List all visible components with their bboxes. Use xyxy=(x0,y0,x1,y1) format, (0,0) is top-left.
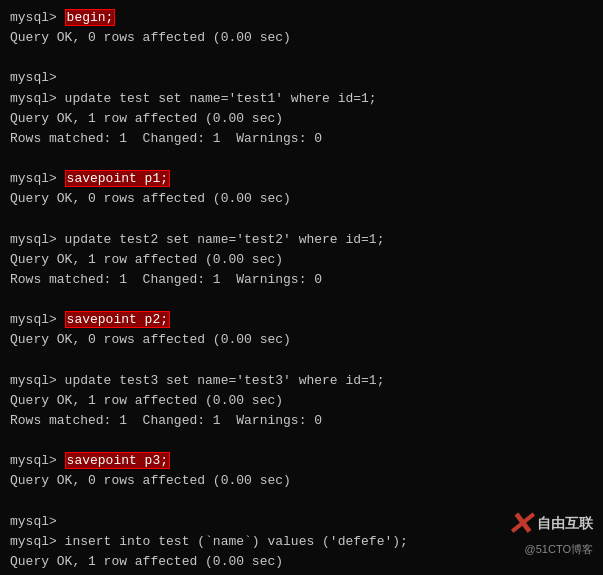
output-text: Query OK, 1 row affected (0.00 sec) xyxy=(10,111,283,126)
output-text: Rows matched: 1 Changed: 1 Warnings: 0 xyxy=(10,272,322,287)
terminal-blank xyxy=(10,431,593,451)
terminal-blank xyxy=(10,149,593,169)
terminal-line: Query OK, 1 row affected (0.00 sec) xyxy=(10,109,593,129)
output-text: Query OK, 1 row affected (0.00 sec) xyxy=(10,393,283,408)
watermark: ✕ 自由互联 @51CTO博客 xyxy=(506,508,593,557)
terminal-line: mysql> update test2 set name='test2' whe… xyxy=(10,230,593,250)
terminal-line: Query OK, 1 row affected (0.00 sec) xyxy=(10,250,593,270)
watermark-brand: 自由互联 xyxy=(537,515,593,533)
terminal-line: mysql> savepoint p2; xyxy=(10,310,593,330)
output-text: Rows matched: 1 Changed: 1 Warnings: 0 xyxy=(10,413,322,428)
cmd-highlight: savepoint p1; xyxy=(65,170,170,187)
terminal-blank xyxy=(10,48,593,68)
output-text: Query OK, 0 rows affected (0.00 sec) xyxy=(10,30,291,45)
terminal-line: Rows matched: 1 Changed: 1 Warnings: 0 xyxy=(10,411,593,431)
cmd-text: update test set name='test1' where id=1; xyxy=(65,91,377,106)
cmd-highlight: savepoint p2; xyxy=(65,311,170,328)
output-text: Query OK, 0 rows affected (0.00 sec) xyxy=(10,191,291,206)
cmd-text: update test2 set name='test2' where id=1… xyxy=(65,232,385,247)
watermark-sub: @51CTO博客 xyxy=(525,542,593,557)
prompt: mysql> xyxy=(10,373,65,388)
terminal: mysql> begin; Query OK, 0 rows affected … xyxy=(10,8,593,575)
terminal-line: mysql> xyxy=(10,68,593,88)
cmd-highlight: savepoint p3; xyxy=(65,452,170,469)
output-text: Query OK, 0 rows affected (0.00 sec) xyxy=(10,332,291,347)
cmd-highlight: begin; xyxy=(65,9,116,26)
cmd-text: update test3 set name='test3' where id=1… xyxy=(65,373,385,388)
output-text: Query OK, 1 row affected (0.00 sec) xyxy=(10,252,283,267)
terminal-line: Query OK, 0 rows affected (0.00 sec) xyxy=(10,471,593,491)
terminal-line: mysql> update test3 set name='test3' whe… xyxy=(10,371,593,391)
prompt: mysql> xyxy=(10,10,65,25)
prompt: mysql> xyxy=(10,232,65,247)
terminal-line: Query OK, 1 row affected (0.00 sec) xyxy=(10,391,593,411)
terminal-line: mysql> savepoint p1; xyxy=(10,169,593,189)
output-text: Query OK, 0 rows affected (0.00 sec) xyxy=(10,473,291,488)
prompt: mysql> xyxy=(10,453,65,468)
terminal-line: Query OK, 0 rows affected (0.00 sec) xyxy=(10,28,593,48)
prompt: mysql> xyxy=(10,91,65,106)
terminal-blank xyxy=(10,350,593,370)
prompt: mysql> xyxy=(10,534,65,549)
terminal-blank xyxy=(10,290,593,310)
terminal-line: Rows matched: 1 Changed: 1 Warnings: 0 xyxy=(10,129,593,149)
watermark-logo: ✕ 自由互联 xyxy=(506,508,593,540)
prompt: mysql> xyxy=(10,514,57,529)
prompt: mysql> xyxy=(10,171,65,186)
terminal-line: mysql> update test set name='test1' wher… xyxy=(10,89,593,109)
terminal-line: mysql> begin; xyxy=(10,8,593,28)
terminal-line: mysql> savepoint p3; xyxy=(10,451,593,471)
terminal-line: Rows matched: 1 Changed: 1 Warnings: 0 xyxy=(10,270,593,290)
terminal-blank xyxy=(10,209,593,229)
terminal-line: Query OK, 0 rows affected (0.00 sec) xyxy=(10,330,593,350)
output-text: Rows matched: 1 Changed: 1 Warnings: 0 xyxy=(10,131,322,146)
prompt: mysql> xyxy=(10,312,65,327)
output-text: Query OK, 1 row affected (0.00 sec) xyxy=(10,554,283,569)
watermark-x-icon: ✕ xyxy=(506,508,533,540)
prompt: mysql> xyxy=(10,70,57,85)
terminal-line: Query OK, 0 rows affected (0.00 sec) xyxy=(10,189,593,209)
cmd-text: insert into test (`name`) values ('defef… xyxy=(65,534,408,549)
